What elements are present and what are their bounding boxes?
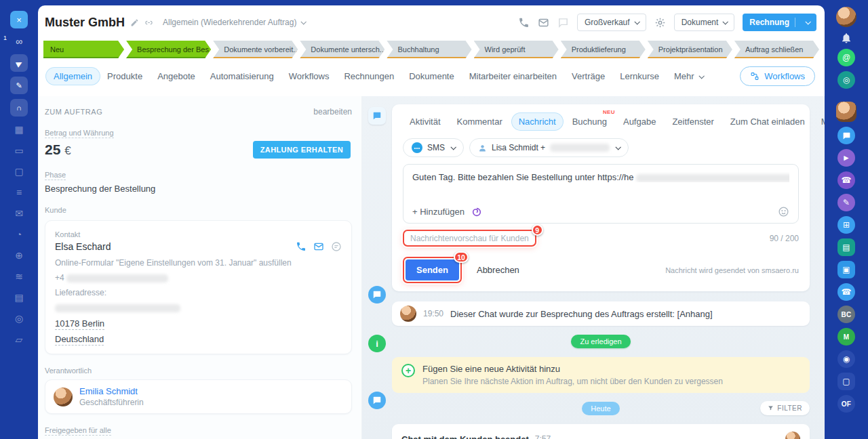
country-value[interactable]: Deutschland	[55, 334, 104, 346]
folder-icon[interactable]: ▱	[10, 331, 28, 348]
ctab-mehr[interactable]: Mehr	[814, 113, 825, 130]
user-of-avatar[interactable]: OF	[837, 395, 855, 413]
edit-order-link[interactable]: bearbeiten	[313, 107, 352, 117]
document-select[interactable]: Dokument	[674, 14, 735, 31]
tab-automatisierung[interactable]: Automatisierung	[203, 68, 281, 85]
message-input[interactable]: Guten Tag. Bitte bezahlen Sie Bestellung…	[403, 164, 799, 224]
signal-icon[interactable]: ≋	[10, 268, 28, 285]
tab-dokumente[interactable]: Dokumente	[401, 68, 461, 85]
tasks-icon[interactable]: ≡	[10, 184, 28, 201]
notifications-bell-icon[interactable]	[840, 32, 852, 44]
sms-provider-icon: •••	[412, 142, 422, 153]
monitor-icon[interactable]: ▢	[10, 163, 28, 180]
tab-mitarbeiter-einarbeiten[interactable]: Mitarbeiter einarbeiten	[462, 68, 564, 85]
stage-dokumente-unterschreiben[interactable]: Dokumente untersch...	[300, 41, 384, 58]
video-app-icon[interactable]: ►	[837, 149, 855, 167]
ai-assistant-icon[interactable]	[471, 207, 482, 217]
invoice-button[interactable]: Rechnung	[743, 14, 816, 31]
chat-ended-icon	[368, 392, 386, 409]
ctab-zum-chat-einladen[interactable]: Zum Chat einladen	[724, 113, 812, 130]
contact-call-icon[interactable]	[296, 241, 307, 252]
tab-rechnungen[interactable]: Rechnungen	[336, 68, 401, 85]
stage-auftrag-schliessen[interactable]: Auftrag schließen	[734, 41, 819, 58]
add-icon[interactable]: ⊕	[10, 247, 28, 264]
pipeline-context-select[interactable]: Allgemein (Wiederkehrender Auftrag)	[163, 18, 305, 27]
ctab-buchung[interactable]: NEU Buchung	[566, 113, 614, 130]
payment-received-button[interactable]: ZAHLUNG ERHALTEN	[253, 141, 351, 159]
call-app-icon[interactable]: ☎	[837, 283, 855, 301]
ctab-nachricht[interactable]: Nachricht	[512, 113, 563, 130]
contact-chat-icon[interactable]	[331, 241, 342, 252]
stage-buchhaltung[interactable]: Buchhaltung	[387, 41, 471, 58]
contact-name[interactable]: Elsa Eschard	[55, 241, 111, 252]
cancel-button[interactable]: Abbrechen	[477, 265, 519, 275]
support-service-icon[interactable]: @	[837, 49, 855, 66]
link-icon[interactable]: 1 ∞	[10, 33, 28, 49]
tab-workflows[interactable]: Workflows	[281, 68, 337, 85]
edit-title-icon[interactable]	[130, 18, 139, 27]
screen-app-icon[interactable]: ▢	[837, 373, 855, 390]
settings-gear-icon[interactable]	[654, 17, 666, 28]
document-app-icon[interactable]: ▤	[837, 238, 855, 256]
headset-icon[interactable]: ∩	[10, 99, 28, 117]
customer-label: Kunde	[45, 206, 66, 214]
ctab-kommentar[interactable]: Kommentar	[450, 113, 509, 130]
workflows-button[interactable]: Workflows	[740, 66, 815, 86]
globe-icon[interactable]: ◎	[10, 310, 28, 327]
calendar-icon[interactable]: ▦	[10, 121, 28, 138]
user-m-avatar[interactable]: M	[837, 328, 855, 346]
ctab-aktivitaet[interactable]: Aktivität	[403, 113, 448, 130]
board-app-icon[interactable]: ▣	[837, 261, 855, 278]
ctab-zeitfenster[interactable]: Zeitfenster	[665, 113, 720, 130]
clock-icon[interactable]: ◔	[10, 226, 28, 243]
add-activity-icon[interactable]: +	[401, 364, 415, 377]
phone-app-icon[interactable]: ☎	[837, 171, 855, 189]
stage-projektpraesentation[interactable]: Projektpräsentation	[648, 41, 732, 58]
document-rail-icon[interactable]: ▤	[10, 289, 28, 306]
mail-rail-icon[interactable]: ✉	[10, 205, 28, 222]
close-icon[interactable]: ×	[10, 11, 28, 28]
tab-mehr[interactable]: Mehr	[667, 68, 711, 85]
contact-mail-icon[interactable]	[313, 241, 324, 252]
camera-app-icon[interactable]: ◉	[837, 350, 855, 368]
profile-avatar[interactable]	[836, 7, 856, 27]
archive-icon[interactable]: ▭	[10, 142, 28, 159]
stage-produktlieferung[interactable]: Produktlieferung	[561, 41, 646, 58]
stage-dokumente-vorbereiten[interactable]: Dokumente vorbereit...	[213, 41, 298, 58]
compose-icon[interactable]: ✎	[10, 77, 28, 94]
target-service-icon[interactable]: ◎	[837, 71, 855, 89]
todo-badge[interactable]: Zu erledigen	[571, 335, 630, 348]
timeline-entry-chat-ended[interactable]: Chat mit dem Kunden beendet 7:57 Name Ko…	[392, 424, 810, 439]
chat-app-icon[interactable]	[837, 127, 855, 144]
add-attachment-button[interactable]: + Hinzufügen	[412, 207, 465, 217]
tab-angebote[interactable]: Angebote	[150, 68, 203, 85]
stage-besprechung[interactable]: Besprechung der Bes...	[126, 41, 211, 58]
message-preview-link[interactable]: Nachrichtenvorschau für Kunden	[410, 234, 529, 243]
segment-select[interactable]: Großverkauf	[577, 14, 646, 31]
tab-allgemein[interactable]: Allgemein	[46, 68, 100, 85]
stage-neu[interactable]: Neu	[43, 41, 124, 58]
emoji-icon[interactable]	[778, 206, 789, 217]
tab-lernkurse[interactable]: Lernkurse	[612, 68, 667, 85]
send-icon[interactable]: ▶	[10, 54, 28, 72]
stage-wird-geprueft[interactable]: Wird geprüft	[474, 41, 559, 58]
edit-app-icon[interactable]: ✎	[837, 194, 855, 211]
call-phone-icon[interactable]	[518, 17, 530, 28]
responsible-name[interactable]: Emilia Schmidt	[79, 386, 144, 396]
ctab-aufgabe[interactable]: Aufgabe	[616, 113, 663, 130]
tab-vertraege[interactable]: Verträge	[564, 68, 612, 85]
channel-select[interactable]: ••• SMS	[403, 138, 464, 157]
copy-link-icon[interactable]	[144, 18, 153, 27]
user-bc-avatar[interactable]: BC	[837, 306, 855, 323]
send-email-icon[interactable]	[538, 17, 549, 28]
zip-city-value[interactable]: 10178 Berlin	[55, 318, 104, 330]
tab-produkte[interactable]: Produkte	[100, 68, 150, 85]
filter-button[interactable]: FILTER	[760, 401, 810, 415]
activity-hint[interactable]: + Fügen Sie eine neue Aktivität hinzu Pl…	[392, 357, 810, 393]
apps-grid-icon[interactable]: ⊞	[837, 216, 855, 234]
contact-avatar[interactable]	[836, 102, 856, 122]
timeline-entry-chat-created[interactable]: 19:50 Dieser Chat wurde zur Besprechung …	[392, 301, 810, 326]
recipient-select[interactable]: Lisa Schmidt +	[469, 138, 629, 157]
send-button[interactable]: Senden	[406, 259, 459, 280]
main-window: Muster GmbH Allgemein (Wiederkehrender A…	[38, 5, 825, 439]
